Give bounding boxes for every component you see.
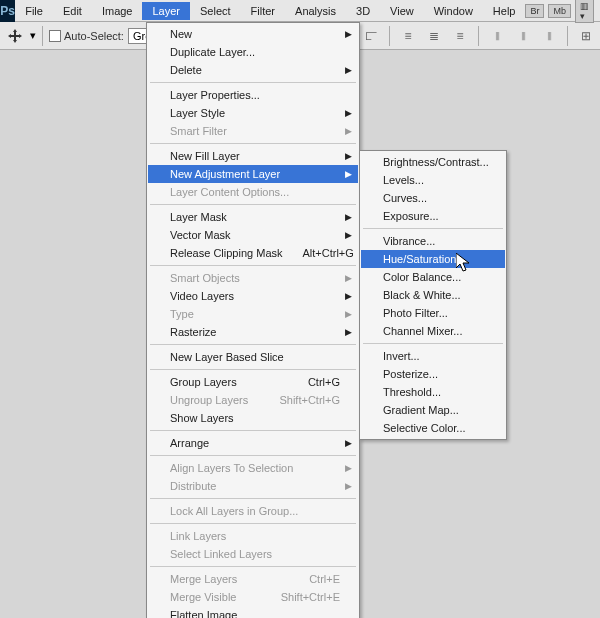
layer-menu-item-type: Type▶ — [148, 305, 358, 323]
tool-dropdown-icon[interactable]: ▾ — [30, 29, 36, 42]
adjustment-item-channel-mixer[interactable]: Channel Mixer... — [361, 322, 505, 340]
adjustment-item-invert[interactable]: Invert... — [361, 347, 505, 365]
layer-menu-item-release-clipping-mask[interactable]: Release Clipping MaskAlt+Ctrl+G — [148, 244, 358, 262]
distribute-icon[interactable]: ⦀ — [539, 28, 559, 44]
layer-menu-item-group-layers[interactable]: Group LayersCtrl+G — [148, 373, 358, 391]
distribute-icon[interactable]: ⦀ — [487, 28, 507, 44]
menubar-item-help[interactable]: Help — [483, 2, 526, 20]
layer-menu-item-new[interactable]: New▶ — [148, 25, 358, 43]
adjustment-item-posterize[interactable]: Posterize... — [361, 365, 505, 383]
menubar-item-3d[interactable]: 3D — [346, 2, 380, 20]
layer-menu-item-layer-style[interactable]: Layer Style▶ — [148, 104, 358, 122]
layer-menu-item-delete[interactable]: Delete▶ — [148, 61, 358, 79]
align-icon[interactable]: ⫍ — [361, 28, 381, 44]
menu-item-shortcut: Ctrl+E — [289, 573, 340, 585]
menubar-item-select[interactable]: Select — [190, 2, 241, 20]
auto-align-icon[interactable]: ⊞ — [576, 28, 596, 44]
layer-menu-item-new-fill-layer[interactable]: New Fill Layer▶ — [148, 147, 358, 165]
distribute-icon[interactable]: ≡ — [450, 28, 470, 44]
menu-item-label: New Fill Layer — [170, 150, 240, 162]
menubar-item-filter[interactable]: Filter — [241, 2, 285, 20]
menu-item-label: Layer Mask — [170, 211, 227, 223]
layer-menu-item-duplicate-layer[interactable]: Duplicate Layer... — [148, 43, 358, 61]
app-logo: Ps — [0, 0, 15, 22]
submenu-arrow-icon: ▶ — [345, 169, 352, 179]
adjustment-item-vibrance[interactable]: Vibrance... — [361, 232, 505, 250]
layer-menu-item-layer-mask[interactable]: Layer Mask▶ — [148, 208, 358, 226]
adjustment-item-brightness-contrast[interactable]: Brightness/Contrast... — [361, 153, 505, 171]
menu-separator — [150, 82, 356, 83]
layer-menu-item-flatten-image[interactable]: Flatten Image — [148, 606, 358, 618]
menubar-item-analysis[interactable]: Analysis — [285, 2, 346, 20]
layer-menu-item-merge-visible: Merge VisibleShift+Ctrl+E — [148, 588, 358, 606]
menu-separator — [150, 369, 356, 370]
layer-menu-item-new-layer-based-slice[interactable]: New Layer Based Slice — [148, 348, 358, 366]
layer-menu-item-rasterize[interactable]: Rasterize▶ — [148, 323, 358, 341]
menu-item-label: Lock All Layers in Group... — [170, 505, 298, 517]
menu-item-label: Selective Color... — [383, 422, 466, 434]
menubar-item-file[interactable]: File — [15, 2, 53, 20]
menu-item-label: Delete — [170, 64, 202, 76]
menu-separator — [150, 265, 356, 266]
adjustment-item-black-white[interactable]: Black & White... — [361, 286, 505, 304]
menu-item-label: Merge Visible — [170, 591, 236, 603]
badge-mb[interactable]: Mb — [548, 4, 571, 18]
adjustment-item-levels[interactable]: Levels... — [361, 171, 505, 189]
menu-item-label: Video Layers — [170, 290, 234, 302]
layer-menu-item-layer-content-options: Layer Content Options... — [148, 183, 358, 201]
menu-item-label: Flatten Image — [170, 609, 237, 618]
layer-menu-item-arrange[interactable]: Arrange▶ — [148, 434, 358, 452]
adjustment-item-selective-color[interactable]: Selective Color... — [361, 419, 505, 437]
menu-separator — [150, 498, 356, 499]
menubar-item-edit[interactable]: Edit — [53, 2, 92, 20]
submenu-arrow-icon: ▶ — [345, 151, 352, 161]
badge-br[interactable]: Br — [525, 4, 544, 18]
layer-menu-item-layer-properties[interactable]: Layer Properties... — [148, 86, 358, 104]
workspace-switcher[interactable]: ▥ ▾ — [575, 0, 594, 23]
menu-separator — [150, 455, 356, 456]
layer-menu-item-vector-mask[interactable]: Vector Mask▶ — [148, 226, 358, 244]
adjustment-item-exposure[interactable]: Exposure... — [361, 207, 505, 225]
submenu-arrow-icon: ▶ — [345, 327, 352, 337]
auto-select-option[interactable]: Auto-Select: — [49, 30, 124, 42]
divider — [567, 26, 568, 46]
menu-separator — [150, 143, 356, 144]
distribute-icon[interactable]: ≣ — [424, 28, 444, 44]
distribute-icon[interactable]: ≡ — [398, 28, 418, 44]
adjustment-item-color-balance[interactable]: Color Balance... — [361, 268, 505, 286]
layer-menu-item-show-layers[interactable]: Show Layers — [148, 409, 358, 427]
adjustment-item-hue-saturation[interactable]: Hue/Saturation... — [361, 250, 505, 268]
menu-item-label: New Layer Based Slice — [170, 351, 284, 363]
menu-item-label: Smart Filter — [170, 125, 227, 137]
auto-select-checkbox[interactable] — [49, 30, 61, 42]
distribute-icon[interactable]: ⦀ — [513, 28, 533, 44]
menu-item-label: Brightness/Contrast... — [383, 156, 489, 168]
move-tool-icon[interactable] — [4, 25, 26, 47]
menu-separator — [150, 204, 356, 205]
layer-menu-item-video-layers[interactable]: Video Layers▶ — [148, 287, 358, 305]
menu-item-label: Posterize... — [383, 368, 438, 380]
menu-separator — [150, 430, 356, 431]
menubar-item-window[interactable]: Window — [424, 2, 483, 20]
layer-menu-item-ungroup-layers: Ungroup LayersShift+Ctrl+G — [148, 391, 358, 409]
adjustment-item-threshold[interactable]: Threshold... — [361, 383, 505, 401]
adjustment-item-photo-filter[interactable]: Photo Filter... — [361, 304, 505, 322]
menu-item-label: Show Layers — [170, 412, 234, 424]
layer-menu-item-lock-all-layers-in-group: Lock All Layers in Group... — [148, 502, 358, 520]
menu-item-label: Vibrance... — [383, 235, 435, 247]
layer-menu-item-new-adjustment-layer[interactable]: New Adjustment Layer▶ — [148, 165, 358, 183]
menu-item-label: New — [170, 28, 192, 40]
menubar-item-layer[interactable]: Layer — [142, 2, 190, 20]
menu-separator — [150, 523, 356, 524]
menu-item-label: Arrange — [170, 437, 209, 449]
menu-item-label: Curves... — [383, 192, 427, 204]
menu-item-label: Link Layers — [170, 530, 226, 542]
menubar-item-view[interactable]: View — [380, 2, 424, 20]
submenu-arrow-icon: ▶ — [345, 463, 352, 473]
adjustment-item-curves[interactable]: Curves... — [361, 189, 505, 207]
layer-menu-item-align-layers-to-selection: Align Layers To Selection▶ — [148, 459, 358, 477]
menubar-item-image[interactable]: Image — [92, 2, 143, 20]
layer-menu: New▶Duplicate Layer...Delete▶Layer Prope… — [146, 22, 360, 618]
menu-item-label: Distribute — [170, 480, 216, 492]
adjustment-item-gradient-map[interactable]: Gradient Map... — [361, 401, 505, 419]
